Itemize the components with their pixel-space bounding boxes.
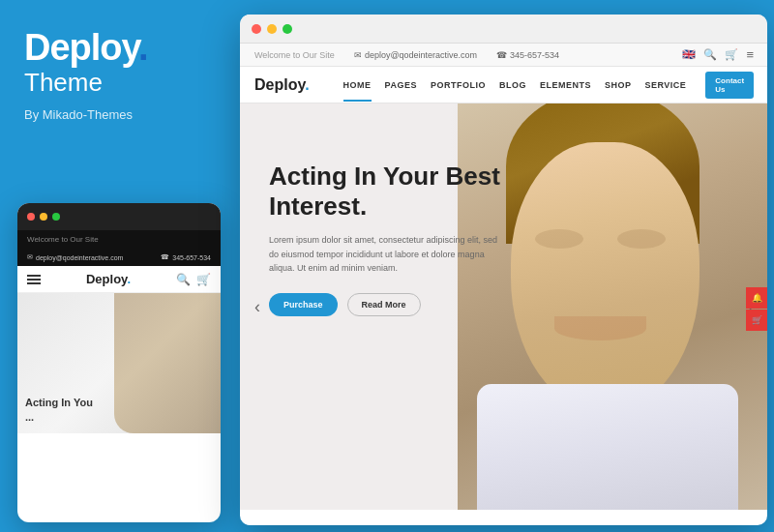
website-email: deploy@qodeinteractive.com [365,50,477,60]
desktop-dot-yellow [267,24,277,34]
nav-link-service[interactable]: SERVICE [644,80,686,90]
mobile-phone: 345-657-534 [172,254,211,261]
mobile-logo: Deploy. [86,272,131,286]
hero-description: Lorem ipsum dolor sit amet, consectetur … [269,233,501,275]
mobile-nav: Deploy. 🔍 🛒 [17,266,221,293]
nav-link-shop[interactable]: SHOP [605,80,632,90]
website-logo: Deploy. [254,76,310,94]
mobile-dot-green [52,213,60,221]
mobile-logo-text: Deploy [86,272,127,286]
notification-icon-1: 🔔 [752,293,762,303]
website-nav-links: HOME PAGES PORTFOLIO BLOG ELEMENTS SHOP … [343,80,687,90]
flag-icon: 🇬🇧 [682,48,696,61]
hero-background [458,103,767,510]
hero-title: Acting In Your Best Interest. [269,162,501,222]
mobile-info-bar: Welcome to Our Site [17,230,221,249]
email-envelope-icon: ✉ [354,50,362,60]
hero-title-text: Acting In Your Best Interest. [269,162,500,221]
contact-us-button[interactable]: Contact Us [705,72,754,99]
website-phone-info: ☎ 345-657-534 [496,50,559,60]
hero-buttons: Purchase Read More [269,293,501,316]
mobile-contact-bar: ✉ deploy@qodeinteractive.com ☎ 345-657-5… [17,249,221,266]
website-info-bar: Welcome to Our Site ✉ deploy@qodeinterac… [240,44,767,67]
info-hamburger-icon[interactable]: ≡ [746,47,753,62]
desktop-mockup: Welcome to Our Site ✉ deploy@qodeinterac… [240,15,767,525]
brand-title: Deploy. [24,29,147,66]
website-email-info: ✉ deploy@qodeinteractive.com [354,50,477,60]
mobile-dot-red [27,213,35,221]
info-search-icon[interactable]: 🔍 [703,48,717,61]
hero-content: Acting In Your Best Interest. Lorem ipsu… [269,162,501,316]
brand-title-area: Deploy. Theme By Mikado-Themes [24,29,147,122]
phone-receiver-icon: ☎ [496,50,507,60]
mobile-welcome-text: Welcome to Our Site [27,235,99,244]
website-phone: 345-657-534 [510,50,559,60]
left-chevron-icon: ‹ [254,297,260,317]
desktop-dot-red [252,24,261,34]
nav-link-blog[interactable]: BLOG [499,80,526,90]
mobile-email-info: ✉ deploy@qodeinteractive.com [27,253,123,261]
mobile-mockup: Welcome to Our Site ✉ deploy@qodeinterac… [17,203,221,522]
website-info-right-icons: 🇬🇧 🔍 🛒 ≡ [682,47,753,62]
phone-icon: ☎ [161,253,169,261]
website-logo-text: Deploy [254,76,305,93]
nav-link-portfolio[interactable]: PORTFOLIO [431,80,486,90]
brand-by: By Mikado-Themes [24,107,147,122]
info-cart-icon[interactable]: 🛒 [725,48,738,61]
side-icon-2[interactable]: 🛒 [746,310,767,331]
email-icon: ✉ [27,253,33,261]
left-panel: Deploy. Theme By Mikado-Themes Welcome t… [0,0,237,532]
nav-link-pages[interactable]: PAGES [385,80,417,90]
desktop-top-bar [240,15,767,44]
website-nav: Deploy. HOME PAGES PORTFOLIO BLOG ELEMEN… [240,67,767,103]
mobile-cart-icon[interactable]: 🛒 [196,273,211,286]
side-icon-1[interactable]: 🔔 [746,287,767,309]
notification-icon-2: 🛒 [752,315,762,325]
mobile-top-bar [17,203,221,230]
mobile-nav-icons: 🔍 🛒 [176,273,211,286]
hero-left-arrow[interactable]: ‹ [248,297,267,316]
website-logo-dot: . [305,76,309,93]
mobile-hero-text: Acting In You... [25,396,93,424]
purchase-button[interactable]: Purchase [269,293,338,316]
mobile-search-icon[interactable]: 🔍 [176,273,191,286]
mobile-hero-face [114,293,221,433]
mobile-email: deploy@qodeinteractive.com [36,254,123,261]
brand-name: Deploy [24,27,138,68]
mobile-logo-dot: . [127,272,131,286]
read-more-button[interactable]: Read More [347,293,421,316]
mobile-dot-yellow [40,213,47,221]
mobile-phone-info: ☎ 345-657-534 [161,253,211,261]
mobile-hero: Acting In You... [17,293,221,433]
nav-link-elements[interactable]: ELEMENTS [540,80,591,90]
brand-subtitle: Theme [24,68,147,98]
website-welcome: Welcome to Our Site [254,50,335,60]
side-notification-icons: 🔔 🛒 [746,287,767,331]
desktop-dot-green [283,24,292,34]
mobile-hamburger-icon[interactable] [27,275,41,284]
website-hero: ‹ › Acting In Your Best Interest. Lorem … [240,103,767,510]
brand-dot: . [138,27,148,68]
nav-link-home[interactable]: HOME [343,80,372,90]
